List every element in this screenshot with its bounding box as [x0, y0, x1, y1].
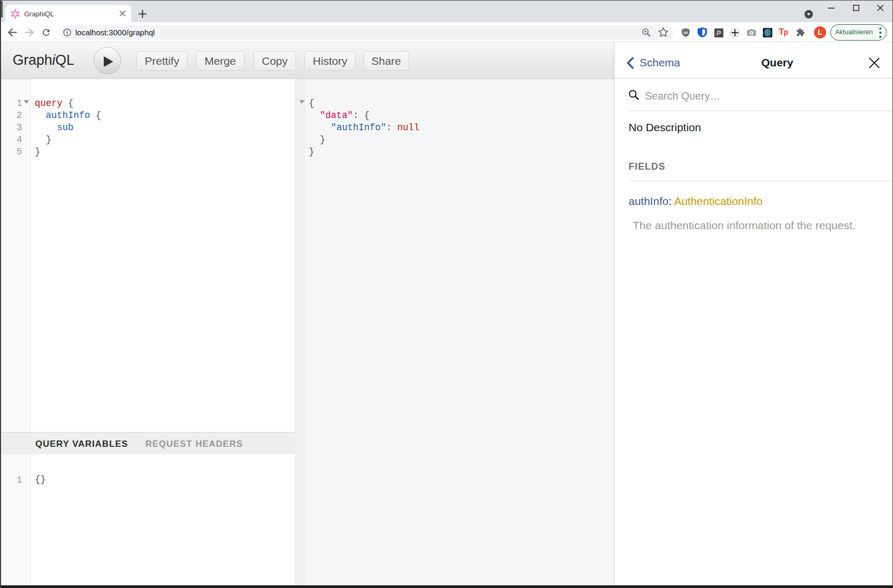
svg-text:uo: uo	[684, 31, 688, 34]
svg-text:P: P	[717, 29, 721, 36]
